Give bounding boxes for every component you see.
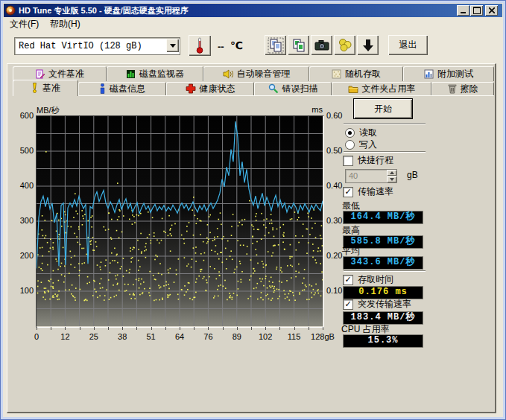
x-tick-mark [65,327,66,330]
title-bar: HD Tune 专业版 5.50 - 硬盘/固态硬盘实用程序 [4,4,502,17]
access-time-checkbox[interactable]: ✓ [343,275,353,285]
copy-text-button[interactable] [265,35,286,55]
read-radio[interactable] [345,128,355,138]
access-time-display: 0.176 ms [343,286,423,299]
x-tick-mark [80,327,80,330]
axis-tick-label: 76 [192,332,224,341]
close-button[interactable] [485,5,498,16]
x-tick-mark [94,327,95,330]
tab-label: 文件基准 [48,68,84,80]
axis-tick-label: 89 [221,332,253,341]
start-button[interactable]: 开始 [353,98,413,119]
capacity-value: 40 [349,171,358,180]
coins-icon [337,37,353,54]
copy-image-button[interactable] [288,35,309,55]
exit-button[interactable]: 退出 [388,35,428,55]
folder-usage-icon [348,84,358,94]
noise-management-icon [223,69,233,79]
window-title: HD Tune 专业版 5.50 - 硬盘/固态硬盘实用程序 [19,5,189,16]
separator [344,270,426,272]
axis-tick-label: 0.50 [326,146,352,155]
close-icon [489,7,495,13]
read-radio-label: 读取 [359,128,377,138]
burst-rate-display: 183.4 MB/秒 [343,311,423,325]
x-tick-mark [151,327,152,330]
tab-label: 错误扫描 [282,83,318,95]
drive-select-dropdown-button[interactable] [166,39,179,52]
axis-tick-label: 300 [8,216,34,225]
temperature-button[interactable] [189,35,211,56]
plot-canvas [37,116,323,326]
copy-image-icon [291,37,307,54]
capacity-spinner[interactable]: 40 [345,169,397,183]
left-axis-title: MB/秒 [37,105,60,116]
x-tick-mark [108,327,109,330]
x-tick-mark [309,327,309,330]
minimize-icon [461,12,466,13]
axis-tick-label: 0.60 [326,111,352,120]
tab-label: 健康状态 [200,83,235,95]
chevron-down-icon [170,44,176,48]
axis-tick-label: 400 [8,181,34,190]
short-stroke-checkbox[interactable] [343,156,353,166]
transfer-rate-label: 传输速率 [358,187,393,197]
tab-folder-usage[interactable]: 文件夹占用率 [332,82,431,95]
down-arrow-icon [361,38,376,53]
x-tick-mark [165,327,166,330]
max-label: 最高 [342,226,360,235]
x-tick-mark [194,327,195,330]
burst-rate-checkbox[interactable]: ✓ [343,299,353,310]
separator [344,151,426,153]
menu-help[interactable]: 帮助(H) [45,18,85,30]
axis-tick-label: 25 [78,332,110,341]
temperature-unit: ℃ [230,39,243,51]
tab-random-access[interactable]: 随机存取 [309,66,403,81]
health-icon [186,83,196,94]
x-tick-mark [265,327,266,330]
tab-erase[interactable]: 擦除 [431,82,494,95]
axis-tick-label: 12 [48,332,81,341]
tab-noise-management[interactable]: 自动噪音管理 [203,66,309,81]
axis-tick-label: 0 [20,332,53,341]
maximize-icon [473,7,481,14]
short-stroke-label: 快捷行程 [358,156,393,165]
x-tick-mark [237,327,238,330]
disk-info-icon [99,83,106,94]
tab-label: 基准 [42,82,60,95]
temperature-value: -- [218,41,224,52]
random-access-icon [332,69,341,79]
spinner-down-button[interactable] [387,176,396,182]
separator [344,123,426,124]
tab-label: 自动噪音管理 [237,68,291,80]
tab-benchmark[interactable]: 基准 [13,80,78,96]
screenshot-button[interactable] [311,35,332,55]
spinner-up-button[interactable] [387,170,396,176]
axis-tick-label: 600 [8,111,34,120]
x-tick-mark [279,327,280,330]
camera-icon [314,37,330,54]
x-tick-mark [208,327,209,330]
tab-health[interactable]: 健康状态 [166,82,254,95]
thermometer-icon [195,37,204,54]
minimize-button[interactable] [457,5,469,16]
burst-rate-label: 突发传输速率 [358,299,411,309]
benchmark-plot [36,115,324,328]
error-scan-icon [268,83,279,94]
x-tick-mark [294,327,295,330]
donate-button[interactable] [334,35,355,55]
tab-extra-tests[interactable]: 附加测试 [403,66,494,81]
axis-tick-label: 102 [249,332,282,341]
x-tick-mark [51,327,51,330]
tab-error-scan[interactable]: 错误扫描 [254,82,332,95]
avg-value-display: 343.6 MB/秒 [343,256,423,270]
copy-pages-icon [268,37,284,54]
tab-file-benchmark[interactable]: 文件基准 [13,66,107,81]
maximize-button[interactable] [470,5,483,16]
drive-select[interactable]: Red Hat VirtIO (128 gB) [14,37,180,55]
tab-disk-info[interactable]: 磁盘信息 [78,82,166,95]
tab-disk-monitor[interactable]: 磁盘监视器 [107,66,203,81]
axis-tick-label: 51 [135,332,168,341]
menu-file[interactable]: 文件(F) [5,18,43,30]
x-tick-mark [223,327,224,330]
save-results-button[interactable] [357,35,379,55]
